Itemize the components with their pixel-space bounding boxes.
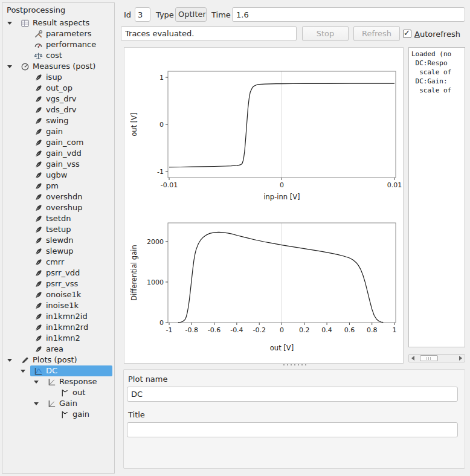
stop-button[interactable]: Stop [302, 26, 349, 41]
autorefresh-checkbox[interactable]: ✓ [403, 30, 411, 38]
tree-item-ugbw[interactable]: ugbw [2, 170, 114, 181]
svg-text:0: 0 [159, 121, 164, 129]
wave-icon [60, 410, 69, 419]
tree-item-response[interactable]: Response [2, 376, 114, 387]
time-field[interactable] [232, 7, 465, 22]
svg-text:-0.4: -0.4 [230, 326, 243, 334]
tree-item-overshdn[interactable]: overshdn [2, 191, 114, 202]
tree-item-label: gain [72, 409, 89, 420]
tree-item-result-aspects[interactable]: Result aspects [2, 18, 114, 28]
refresh-button[interactable]: Refresh [353, 26, 400, 41]
svg-text:inp-inn [V]: inp-inn [V] [263, 193, 300, 201]
status-message-field[interactable] [121, 26, 297, 41]
tree-item-label: slewup [46, 246, 74, 257]
plot-name-label: Plot name [128, 375, 168, 384]
tree-item-label: Plots (post) [33, 355, 77, 365]
svg-text:0.4: 0.4 [321, 326, 332, 334]
tree-item-plots-post[interactable]: Plots (post) [2, 355, 114, 365]
tree-item-tsetup[interactable]: tsetup [2, 224, 114, 235]
tree-item-gain[interactable]: gain [2, 409, 114, 420]
tree-item-out[interactable]: out [2, 387, 114, 398]
svg-text:0.2: 0.2 [299, 326, 310, 334]
tree-item-gain-vss[interactable]: gain_vss [2, 159, 114, 170]
type-value-field: OptIter [175, 7, 207, 22]
tree-item-label: out_op [46, 83, 72, 94]
log-horizontal-scrollbar[interactable] [408, 354, 465, 362]
postprocessing-tree[interactable]: Result aspectsparametersperformancecostM… [2, 18, 114, 473]
time-label: Time [211, 10, 231, 19]
panel-title: Postprocessing [7, 5, 65, 14]
quill-icon [34, 95, 43, 104]
tree-item-cmrr[interactable]: cmrr [2, 257, 114, 268]
svg-text:out [V]: out [V] [270, 344, 294, 352]
tree-item-in1kmn2id[interactable]: in1kmn2id [2, 311, 114, 322]
svg-text:1: 1 [159, 74, 164, 82]
quill-icon [34, 193, 43, 202]
svg-text:out [V]: out [V] [130, 112, 138, 136]
expand-arrow-icon[interactable] [21, 370, 25, 373]
quill-icon [34, 334, 43, 343]
log-panel[interactable]: Loaded (no DC:Respo scale of DC:Gain: sc… [408, 47, 465, 347]
tree-item-performance[interactable]: performance [2, 39, 114, 50]
expand-arrow-icon[interactable] [7, 359, 12, 362]
quill-icon [34, 269, 43, 278]
svg-text:0.6: 0.6 [344, 326, 355, 334]
tree-item-inoise1k[interactable]: inoise1k [2, 300, 114, 311]
tree-item-dc[interactable]: DC [2, 365, 114, 376]
svg-text:0.01: 0.01 [387, 181, 402, 189]
tree-item-pm[interactable]: pm [2, 181, 114, 191]
tree-item-in1kmn2rd[interactable]: in1kmn2rd [2, 322, 114, 333]
tree-item-label: inoise1k [46, 300, 79, 311]
tree-item-tsetdn[interactable]: tsetdn [2, 213, 114, 224]
tree-item-swing[interactable]: swing [2, 115, 114, 126]
tree-item-vgs-drv[interactable]: vgs_drv [2, 94, 114, 105]
quill-icon [34, 73, 43, 82]
tree-item-vds-drv[interactable]: vds_drv [2, 105, 114, 115]
plot-canvas[interactable]: -0.0100.01-101inp-inn [V]out [V]-1-0.8-0… [124, 47, 404, 364]
application-window: Postprocessing Result aspectsparametersp… [0, 0, 470, 476]
tree-item-isup[interactable]: isup [2, 72, 114, 83]
tree-item-label: Measures (post) [33, 61, 95, 72]
tree-item-label: pm [46, 181, 59, 191]
tree-item-psrr-vss[interactable]: psrr_vss [2, 278, 114, 289]
tree-item-psrr-vdd[interactable]: psrr_vdd [2, 268, 114, 278]
plot-title-field[interactable] [127, 422, 458, 437]
scroll-left-button[interactable] [410, 355, 417, 362]
tree-item-gain-vdd[interactable]: gain_vdd [2, 148, 114, 159]
scroll-right-button[interactable] [457, 355, 464, 362]
expand-arrow-icon[interactable] [34, 381, 39, 384]
type-label: Type [156, 10, 174, 19]
expand-arrow-icon[interactable] [7, 22, 12, 25]
splitter-handle[interactable] [283, 363, 307, 367]
tree-item-gain-com[interactable]: gain_com [2, 137, 114, 148]
tree-item-in1kmn2[interactable]: in1kmn2 [2, 333, 114, 344]
log-text: Loaded (no DC:Respo scale of DC:Gain: sc… [411, 50, 465, 95]
tree-item-overshup[interactable]: overshup [2, 202, 114, 213]
quill-icon [34, 280, 43, 289]
svg-text:2000: 2000 [147, 238, 164, 246]
svg-text:0: 0 [280, 326, 284, 334]
expand-arrow-icon[interactable] [34, 402, 39, 405]
meter-icon [21, 62, 30, 71]
tree-item-slewup[interactable]: slewup [2, 246, 114, 257]
expand-arrow-icon[interactable] [7, 65, 12, 68]
tree-item-label: performance [46, 39, 96, 50]
quill-icon [34, 138, 43, 147]
id-field[interactable] [135, 7, 150, 22]
tree-item-cost[interactable]: cost [2, 50, 114, 61]
svg-text:-0.8: -0.8 [185, 326, 198, 334]
tree-item-label: cmrr [46, 257, 64, 268]
tree-item-parameters[interactable]: parameters [2, 28, 114, 39]
tree-item-measures-post[interactable]: Measures (post) [2, 61, 114, 72]
quill-icon [34, 214, 43, 224]
tree-item-onoise1k[interactable]: onoise1k [2, 289, 114, 300]
plot-name-field[interactable] [127, 387, 458, 402]
tree-item-slewdn[interactable]: slewdn [2, 235, 114, 246]
tree-item-area[interactable]: area [2, 344, 114, 355]
tree-item-out-op[interactable]: out_op [2, 83, 114, 94]
tree-item-gain[interactable]: gain [2, 126, 114, 137]
scrollbar-thumb[interactable] [420, 355, 438, 361]
tree-item-label: gain_vdd [46, 148, 82, 159]
tree-item-gain[interactable]: Gain [2, 398, 114, 409]
tree-item-label: gain [46, 126, 63, 137]
